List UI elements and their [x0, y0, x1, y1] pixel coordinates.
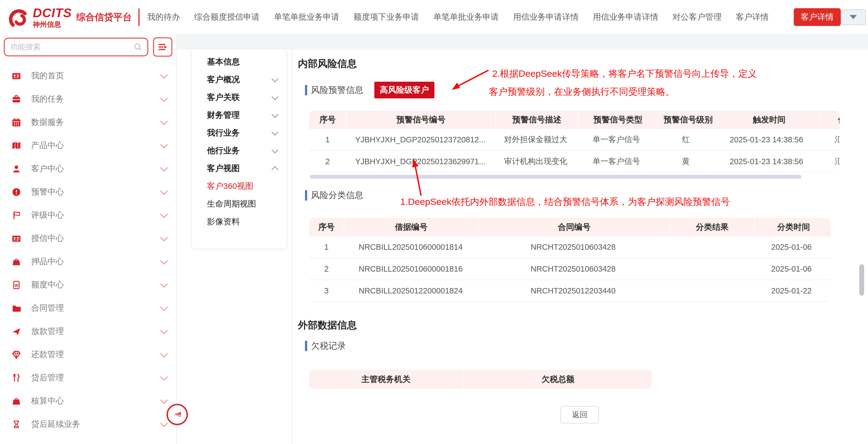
hourglass-icon [10, 419, 22, 430]
blue-marker [305, 190, 307, 201]
annotation-2-line2: 客户预警级别，在业务侧执行不同受理策略。 [489, 86, 675, 98]
submenu-our-bank-business[interactable]: 我行业务 [192, 124, 287, 142]
sidebar-item-collateral-center[interactable]: 押品中心 [0, 250, 176, 273]
nav-item-loan-detail-2[interactable]: 用信业务申请详情 [593, 11, 658, 23]
internal-risk-section-title: 内部风险信息 [298, 57, 357, 70]
search-icon [133, 42, 143, 52]
app-root: DCITS 神州信息 综合信贷平台 我的待办 综合额度授信申请 单笔单批业务申请… [0, 0, 868, 444]
sidebar-item-limit-center[interactable]: W 额度中心 [0, 273, 176, 296]
tax-arrears-subheader: 欠税记录 [305, 340, 346, 352]
tax-arrears-table: 主管税务机关 欠税总额 [309, 370, 652, 389]
menu-toggle-button[interactable] [153, 37, 172, 57]
top-header: DCITS 神州信息 综合信贷平台 我的待办 综合额度授信申请 单笔单批业务申请… [0, 0, 868, 34]
calendar-icon [10, 117, 22, 127]
chevron-down-icon [160, 350, 168, 357]
sidebar-collapse-button[interactable] [166, 404, 188, 425]
submenu-lifecycle-view[interactable]: 生命周期视图 [192, 195, 287, 213]
sidebar-item-warning-center[interactable]: 预警中心 [0, 180, 176, 204]
chevron-down-icon [271, 146, 278, 153]
classify-table-row: 1 NRCBILL2025010600001814 NRCHT202501060… [309, 236, 830, 258]
submenu-customer-360-view[interactable]: 客户360视图 [192, 177, 287, 195]
sidebar-item-my-home[interactable]: 我的首页 [0, 64, 176, 87]
chevron-down-icon [160, 419, 168, 427]
submenu-image-materials[interactable]: 影像资料 [192, 213, 287, 231]
bag-icon [10, 396, 22, 406]
warning-table-row: 1 YJBHYJXH_DGP20250123720812... 对外担保金额过大… [309, 129, 840, 151]
briefcase-icon [10, 94, 22, 104]
sidebar-item-rating-center[interactable]: 评级中心 [0, 204, 176, 227]
alert-circle-icon [10, 187, 22, 197]
chevron-down-icon [160, 396, 168, 404]
header-right-tools: 0 [841, 8, 868, 27]
idcard-icon [10, 234, 22, 243]
sidebar-item-accounting-center[interactable]: 核算中心 [0, 389, 176, 413]
main-content: 内部风险信息 风险预警信息 高风险级客户 2.根据DeepSeek传导策略，将客… [298, 50, 868, 444]
sidebar-item-my-tasks[interactable]: 我的任务 [0, 87, 176, 111]
submenu-other-bank-business[interactable]: 他行业务 [192, 142, 287, 159]
chevron-down-icon [160, 233, 168, 241]
back-button[interactable]: 返回 [560, 406, 599, 423]
submenu-finance-mgmt[interactable]: 财务管理 [192, 106, 287, 124]
chevron-down-icon [271, 93, 278, 100]
sidebar-item-product-center[interactable]: 产品中心 [0, 134, 176, 157]
sidebar-item-post-loan-mgmt[interactable]: 贷后管理 [0, 366, 176, 389]
nav-item-single-batch-2[interactable]: 单笔单批业务申请 [433, 11, 499, 23]
warning-table-header-row: 序号 预警信号编号 预警信号描述 预警信号类型 预警信号级别 触发时间 信 [309, 111, 840, 129]
brand-logo: DCITS 神州信息 综合信贷平台 [0, 5, 147, 30]
submenu-customer-view[interactable]: 客户视图 [192, 159, 287, 177]
nav-item-single-batch-1[interactable]: 单笔单批业务申请 [274, 11, 339, 23]
chevron-down-icon [160, 117, 168, 125]
nav-item-credit-apply[interactable]: 综合额度授信申请 [194, 11, 260, 23]
sidebar-item-post-loan-continuation[interactable]: 贷后延续业务 [0, 413, 176, 436]
hamburger-menu-icon [158, 42, 168, 52]
classify-table-row: 3 NRCBILL2025012200001824 NRCHT202501220… [309, 280, 830, 302]
chevron-up-icon [271, 166, 278, 173]
sidebar-item-contract-mgmt[interactable]: 合同管理 [0, 296, 176, 320]
submenu-basic-info[interactable]: 基本信息 [192, 53, 287, 71]
chevron-down-icon [160, 164, 168, 171]
sidebar-item-disbursement-mgmt[interactable]: 放款管理 [0, 320, 176, 343]
submenu-customer-overview[interactable]: 客户概况 [192, 71, 287, 89]
chevron-down-icon [160, 71, 168, 79]
tabs-dropdown-button[interactable] [841, 9, 866, 25]
left-sidebar: 我的首页 我的任务 数据服务 产品 [0, 34, 177, 444]
content-divider [292, 50, 292, 444]
chevron-down-icon [160, 280, 168, 288]
classify-table-row: 2 NRCBILL2025010600001816 NRCHT202501060… [309, 258, 830, 280]
warning-signal-table: 序号 预警信号编号 预警信号描述 预警信号类型 预警信号级别 触发时间 信 1 … [309, 111, 840, 172]
annotation-2-line1: 2.根据DeepSeek传导策略，将客户名下预警信号向上传导，定义 [492, 67, 757, 80]
utensils-icon [10, 373, 22, 383]
warning-info-subheader: 风险预警信息 高风险级客户 [305, 82, 434, 98]
submenu-customer-relations[interactable]: 客户关联 [192, 89, 287, 106]
idcard-icon [10, 71, 22, 81]
tab-customer-detail-active[interactable]: 客户详情 [794, 8, 841, 26]
nav-item-corp-customer-mgmt[interactable]: 对公客户管理 [673, 11, 722, 23]
blue-marker [305, 341, 307, 351]
sidebar-item-customer-center[interactable]: 客户中心 [0, 157, 176, 180]
subheader-strip [177, 34, 868, 50]
classify-table-header-row: 序号 借据编号 合同编号 分类结果 分类时间 [309, 218, 830, 236]
chevron-down-icon [160, 257, 168, 264]
chevron-down-icon [160, 373, 168, 380]
chevron-down-icon [160, 210, 168, 218]
paper-plane-icon [10, 327, 22, 336]
tax-table-header-row: 主管税务机关 欠税总额 [309, 370, 652, 389]
high-risk-customer-badge: 高风险级客户 [374, 82, 434, 98]
horizontal-scrollbar[interactable] [310, 175, 801, 179]
sidebar-item-repayment-mgmt[interactable]: 还款管理 [0, 343, 176, 366]
annotation-arrow-2 [447, 65, 494, 95]
sidebar-item-credit-center[interactable]: 授信中心 [0, 227, 176, 250]
nav-item-loan-detail-1[interactable]: 用信业务申请详情 [513, 11, 579, 23]
chevron-down-icon [160, 326, 168, 334]
search-input[interactable] [9, 42, 133, 52]
risk-classification-subheader: 风险分类信息 [305, 189, 364, 201]
vertical-scrollbar[interactable] [859, 264, 864, 296]
sidebar-item-data-services[interactable]: 数据服务 [0, 111, 176, 134]
nav-item-customer-detail[interactable]: 客户详情 [736, 11, 769, 23]
nav-item-my-todo[interactable]: 我的待办 [147, 11, 180, 23]
external-data-section-title: 外部数据信息 [298, 319, 357, 332]
brand-subname: 神州信息 [33, 21, 72, 28]
svg-text:W: W [14, 283, 19, 288]
user-icon [10, 164, 22, 174]
nav-item-under-limit[interactable]: 额度项下业务申请 [353, 11, 419, 23]
